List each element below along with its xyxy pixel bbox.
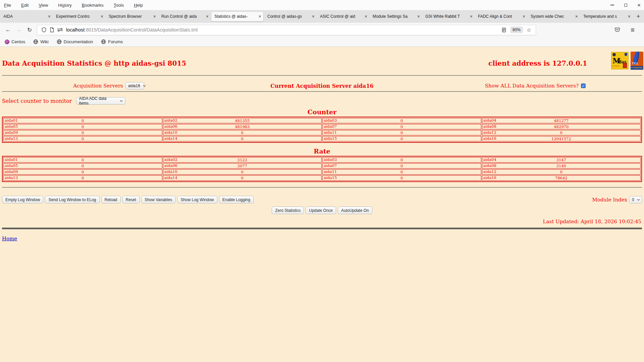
stats-cell: aida070 [322, 124, 481, 129]
hamburger-menu-icon[interactable]: ≡ [627, 25, 638, 35]
reload-button[interactable]: ↻ [24, 25, 35, 35]
tab-close-icon[interactable]: × [312, 14, 315, 19]
tab-close-icon[interactable]: × [417, 14, 420, 19]
stats-cell-value: 78642 [555, 176, 568, 180]
page-info-icon[interactable] [48, 26, 56, 34]
back-button[interactable]: ← [3, 25, 13, 35]
stats-cell-name: aida08 [483, 124, 496, 129]
log-button[interactable]: Send Log Window to ELog [45, 196, 99, 203]
browser-tab[interactable]: Experiment Contro × [53, 10, 105, 23]
minimize-button[interactable] [609, 2, 615, 8]
browser-tab[interactable]: ASIC Control @ aid × [317, 10, 369, 23]
tab-close-icon[interactable]: × [206, 14, 209, 19]
stats-cell: aida120 [482, 169, 641, 175]
browser-tab[interactable]: Spectrum Browser × [105, 10, 158, 23]
browser-tab[interactable]: GSI White Rabbit T × [422, 10, 475, 23]
update-buttons-row: Zero StatisticsUpdate OnceAutoUpdate On [2, 206, 642, 214]
bookmark-documentation[interactable]: Documentation [57, 39, 93, 44]
browser-tab[interactable]: Statistics @ aidas- × [211, 11, 264, 21]
browser-tab[interactable]: FADC Align & Cont × [475, 10, 527, 23]
menu-item[interactable]: File [4, 3, 11, 8]
tab-title: GSI White Rabbit T [425, 14, 468, 19]
stats-cell-name: aida07 [324, 124, 337, 129]
stats-cell-name: aida13 [5, 176, 18, 180]
bookmark-star-icon[interactable]: ☆ [525, 26, 533, 34]
tab-close-icon[interactable]: × [48, 14, 51, 19]
stats-cell-value: 0 [82, 170, 84, 174]
stats-table-row: aida050aida06481983aida070aida08482970 [3, 124, 641, 129]
tab-close-icon[interactable]: × [153, 14, 156, 19]
menu-item[interactable]: View [39, 3, 48, 8]
navigation-toolbar: ← → ↻ localhost:8015/DataAcquisitionCont… [0, 23, 644, 37]
forward-button[interactable]: → [13, 25, 24, 35]
browser-tab[interactable]: Temperature and s × [580, 10, 633, 23]
stats-cell-name: aida12 [483, 130, 496, 135]
stats-table-row: aida130aida140aida150aida1612041572 [3, 136, 641, 141]
midas-mini-logo [623, 63, 627, 68]
menu-item[interactable]: Edit [21, 3, 29, 8]
log-button[interactable]: Empty Log Window [2, 196, 43, 203]
module-index-select[interactable]: 0 [629, 196, 642, 203]
stats-cell-name: aida01 [5, 158, 18, 162]
page-header: Data Acquisition Statistics @ http aidas… [2, 47, 642, 75]
log-button[interactable]: Reload [101, 196, 121, 203]
midas-logo[interactable]: M idas powered by [611, 52, 629, 69]
tab-close-icon[interactable]: × [259, 14, 261, 19]
update-button[interactable]: AutoUpdate On [338, 206, 372, 214]
stats-cell-value: 0 [400, 170, 403, 174]
zoom-level-badge[interactable]: 80% [510, 26, 523, 33]
stats-cell-value: 0 [560, 170, 562, 174]
update-button[interactable]: Update Once [306, 206, 336, 214]
browser-tab[interactable]: Control @ aidas-gs × [264, 10, 317, 23]
pocket-icon[interactable] [612, 25, 623, 35]
stats-cell-value: 0 [400, 136, 403, 141]
stats-cell: aida063077 [163, 163, 322, 169]
menu-item[interactable]: Tools [114, 3, 124, 8]
tcl-powered-logo[interactable]: TCL POWERED [631, 52, 643, 70]
stats-cell: aida1678642 [482, 175, 641, 181]
show-all-checkbox[interactable] [581, 83, 586, 88]
url-bar[interactable]: localhost:8015/DataAcquisitionControl/Da… [37, 25, 536, 35]
minimize-icon [610, 5, 614, 5]
counter-type-select[interactable]: AIDA ADC data items [76, 97, 125, 105]
current-server-text: Current Acquisition Server aida16 [215, 83, 429, 89]
rate-heading: Rate [2, 147, 642, 155]
stats-cell-value: 0 [241, 176, 244, 180]
menu-item[interactable]: History [58, 3, 71, 8]
menu-bar: File Edit View History Bookmarks Tools H… [0, 0, 644, 10]
url-text[interactable]: localhost:8015/DataAcquisitionControl/Da… [66, 27, 500, 33]
browser-tab[interactable]: AIDA × [0, 10, 53, 23]
reader-mode-icon[interactable] [500, 26, 508, 34]
tab-close-icon[interactable]: × [523, 14, 525, 19]
home-link[interactable]: Home [2, 236, 17, 242]
stats-cell-value: 12041572 [551, 136, 571, 141]
tab-close-icon[interactable]: × [101, 14, 103, 19]
stats-cell: aida030 [322, 157, 481, 163]
tab-close-icon[interactable]: × [470, 14, 473, 19]
log-button[interactable]: Reset [122, 196, 140, 203]
bookmark-forums[interactable]: Forums [101, 39, 123, 44]
browser-tab[interactable]: Module Settings Sa × [369, 10, 422, 23]
browser-tab[interactable]: Run Control @ aida × [158, 10, 211, 23]
bookmark-wiki[interactable]: Wiki [33, 39, 49, 44]
log-button[interactable]: Show Log Window [177, 196, 217, 203]
menu-item[interactable]: Bookmarks [82, 3, 104, 8]
bookmark-centos[interactable]: Centos [5, 39, 25, 44]
menu-item[interactable]: Help [134, 3, 143, 8]
stats-cell: aida140 [163, 136, 322, 141]
log-button[interactable]: Enable Logging [219, 196, 254, 203]
tab-close-icon[interactable]: × [365, 14, 367, 19]
tab-close-icon[interactable]: × [628, 14, 631, 19]
shield-icon[interactable] [40, 26, 48, 34]
close-window-button[interactable]: × [636, 2, 642, 8]
update-button[interactable]: Zero Statistics [272, 206, 304, 214]
new-tab-button[interactable]: + [633, 10, 644, 23]
browser-tab[interactable]: System wide Chec × [527, 10, 580, 23]
stats-cell-name: aida06 [164, 124, 177, 129]
tab-title: Statistics @ aidas- [214, 14, 257, 19]
maximize-button[interactable] [623, 2, 629, 8]
permissions-icon[interactable] [56, 26, 64, 34]
tab-close-icon[interactable]: × [575, 14, 578, 19]
log-button[interactable]: Show Variables [141, 196, 176, 203]
acquisition-server-select[interactable]: aida16 [125, 82, 144, 89]
